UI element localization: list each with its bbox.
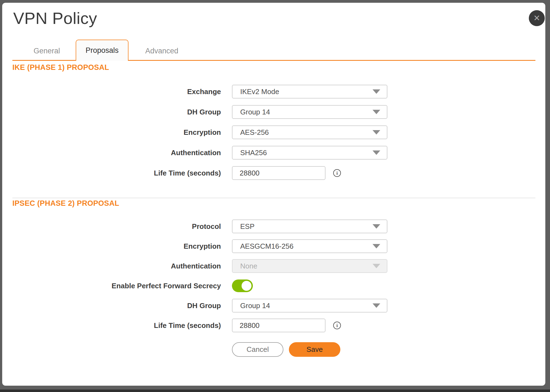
ipsec-dh-group-row: DH Group Group 14 xyxy=(12,299,387,312)
dh-group-row: DH Group Group 14 xyxy=(12,105,387,119)
section-divider xyxy=(12,198,535,198)
chevron-down-icon xyxy=(373,110,380,114)
ipsec-authentication-row: Authentication None xyxy=(12,259,387,273)
tab-general-label: General xyxy=(34,47,60,55)
encryption-row: Encryption AES-256 xyxy=(12,125,387,139)
chevron-down-icon xyxy=(373,303,380,308)
cancel-button-label: Cancel xyxy=(247,345,269,354)
ipsec-encryption-dropdown[interactable]: AESGCM16-256 xyxy=(232,239,387,253)
authentication-value: SHA256 xyxy=(232,149,267,157)
exchange-row: Exchange IKEv2 Mode xyxy=(12,85,387,98)
exchange-label: Exchange xyxy=(12,87,221,96)
pfs-toggle[interactable] xyxy=(232,279,253,292)
protocol-label: Protocol xyxy=(12,222,221,231)
chevron-down-icon xyxy=(373,89,380,94)
dh-group-value: Group 14 xyxy=(232,108,270,116)
vpn-policy-dialog: VPN Policy General Proposals Advanced IK… xyxy=(2,3,545,386)
close-icon: ✕ xyxy=(533,14,540,22)
ipsec-form: Protocol ESP Encryption AESGCM16-256 Aut… xyxy=(12,220,387,332)
ipsec-life-time-input[interactable] xyxy=(232,319,325,332)
info-icon[interactable]: i xyxy=(333,169,341,177)
chevron-down-icon xyxy=(373,150,380,155)
tab-general[interactable]: General xyxy=(22,44,72,58)
dh-group-dropdown[interactable]: Group 14 xyxy=(232,105,387,119)
authentication-label: Authentication xyxy=(12,149,221,157)
ipsec-authentication-value: None xyxy=(232,262,257,270)
protocol-value: ESP xyxy=(232,222,255,231)
tab-advanced-label: Advanced xyxy=(145,47,178,55)
authentication-row: Authentication SHA256 xyxy=(12,146,387,160)
encryption-dropdown[interactable]: AES-256 xyxy=(232,125,387,139)
ipsec-dh-group-dropdown[interactable]: Group 14 xyxy=(232,299,387,312)
info-icon-glyph: i xyxy=(336,323,338,328)
close-button[interactable]: ✕ xyxy=(529,10,545,26)
tab-proposals[interactable]: Proposals xyxy=(76,40,128,61)
ipsec-encryption-label: Encryption xyxy=(12,242,221,251)
exchange-value: IKEv2 Mode xyxy=(232,87,279,96)
info-icon-glyph: i xyxy=(336,171,338,176)
tab-proposals-label: Proposals xyxy=(86,46,119,55)
save-button[interactable]: Save xyxy=(289,342,340,357)
encryption-label: Encryption xyxy=(12,128,221,137)
life-time-input[interactable] xyxy=(232,166,325,180)
page-title: VPN Policy xyxy=(13,9,97,28)
pfs-label: Enable Perfect Forward Secrecy xyxy=(12,282,221,290)
chevron-down-icon xyxy=(373,224,380,229)
chevron-down-icon xyxy=(373,264,380,268)
window-frame-bottom xyxy=(0,390,550,392)
protocol-dropdown[interactable]: ESP xyxy=(232,220,387,233)
exchange-dropdown[interactable]: IKEv2 Mode xyxy=(232,85,387,98)
ipsec-life-time-label: Life Time (seconds) xyxy=(12,321,221,330)
ipsec-authentication-dropdown: None xyxy=(232,259,387,273)
life-time-row: Life Time (seconds) i xyxy=(12,166,387,180)
ipsec-life-time-row: Life Time (seconds) i xyxy=(12,319,387,332)
ipsec-dh-group-value: Group 14 xyxy=(232,301,270,310)
ipsec-section-heading: IPSEC (PHASE 2) PROPOSAL xyxy=(12,199,119,208)
ike-section-heading: IKE (PHASE 1) PROPOSAL xyxy=(12,63,109,72)
ipsec-encryption-row: Encryption AESGCM16-256 xyxy=(12,239,387,253)
ike-form: Exchange IKEv2 Mode DH Group Group 14 En… xyxy=(12,85,387,180)
dh-group-label: DH Group xyxy=(12,108,221,116)
tab-advanced[interactable]: Advanced xyxy=(137,44,187,58)
chevron-down-icon xyxy=(373,244,380,248)
protocol-row: Protocol ESP xyxy=(12,220,387,233)
encryption-value: AES-256 xyxy=(232,128,269,137)
chevron-down-icon xyxy=(373,130,380,135)
authentication-dropdown[interactable]: SHA256 xyxy=(232,146,387,160)
screen: VPN Policy General Proposals Advanced IK… xyxy=(0,0,550,392)
ipsec-dh-group-label: DH Group xyxy=(12,301,221,310)
toggle-knob xyxy=(242,281,251,291)
ipsec-encryption-value: AESGCM16-256 xyxy=(232,242,294,251)
cancel-button[interactable]: Cancel xyxy=(232,342,283,357)
pfs-row: Enable Perfect Forward Secrecy xyxy=(12,279,387,293)
info-icon[interactable]: i xyxy=(333,322,341,329)
life-time-label: Life Time (seconds) xyxy=(12,169,221,177)
ipsec-authentication-label: Authentication xyxy=(12,262,221,270)
save-button-label: Save xyxy=(307,345,323,354)
